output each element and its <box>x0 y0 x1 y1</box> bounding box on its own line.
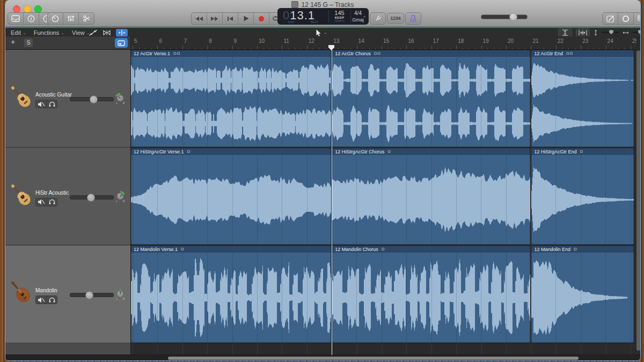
audio-region[interactable]: 12 Mandolin EndΩ <box>531 246 634 343</box>
audio-region[interactable]: 12 HiStrgAcGtr Verse.1Ω <box>131 148 331 245</box>
vertical-zoom-slider[interactable] <box>602 32 619 33</box>
ruler-tick <box>182 46 183 49</box>
horizontal-zoom-thumb[interactable] <box>638 30 641 34</box>
rewind-button[interactable] <box>192 13 207 24</box>
solo-button[interactable] <box>47 198 57 206</box>
mixer-button[interactable] <box>63 13 79 24</box>
play-button[interactable] <box>238 13 254 24</box>
svg-text:L: L <box>116 102 118 105</box>
audio-region[interactable]: 12 HiStrgAcGtr EndΩ <box>531 148 634 245</box>
track-volume-slider[interactable] <box>70 97 114 101</box>
track-name[interactable]: HiStr Acoustic <box>35 190 69 196</box>
ruler-tick <box>375 48 376 50</box>
track-header-acoustic-guitar[interactable]: Acoustic GuitarLR <box>5 50 130 147</box>
master-volume-thumb[interactable] <box>509 13 517 21</box>
add-track-button[interactable]: + <box>11 38 15 46</box>
track-volume-thumb[interactable] <box>85 291 93 299</box>
tool-menu[interactable]: ⌄ <box>316 28 327 36</box>
master-volume-slider[interactable] <box>481 14 528 19</box>
waveform-zoom-button[interactable] <box>576 28 590 37</box>
horizontal-zoom-slider[interactable] <box>633 32 641 33</box>
lcd-chevron-icon[interactable]: ⌄ <box>362 13 367 18</box>
track-name[interactable]: Acoustic Guitar <box>35 92 72 98</box>
track-header-config-button[interactable] <box>115 38 128 48</box>
region-label: 12 AcGtr EndΩΩ <box>531 50 634 57</box>
mute-button[interactable] <box>36 100 47 108</box>
menu-functions[interactable]: Functions⌄ <box>34 29 64 36</box>
track-volume-slider[interactable] <box>70 293 114 297</box>
ruler-bar-number: 16 <box>408 38 414 44</box>
lcd-display[interactable]: 013.1 BAR BEAT 145 KEEP TEMPO 4/4 Gmaj ⌄ <box>277 8 369 25</box>
bar-ruler[interactable]: 5678910111213141516171819202122232425 <box>131 36 636 50</box>
logic-tracks-window: 12 145 G – Tracks i? 013.1 BAR BEAT 145 … <box>5 0 641 361</box>
audio-region[interactable]: 12 AcGtr Verse.1ΩΩ <box>131 50 331 147</box>
library-button[interactable] <box>8 13 24 24</box>
vertical-auto-zoom-button[interactable] <box>558 28 572 37</box>
ruler-tick <box>232 46 233 49</box>
ruler-tick <box>201 48 202 50</box>
ruler-tick <box>419 48 420 50</box>
region-name: 12 Mandolin Verse.1 <box>134 247 178 252</box>
loop-browser-button[interactable] <box>618 13 634 24</box>
solo-button[interactable] <box>47 296 57 304</box>
automation-button[interactable] <box>89 29 98 36</box>
waveform <box>131 155 331 245</box>
ruler-tick <box>631 46 631 49</box>
audio-region[interactable]: 12 Mandolin Verse.1Ω <box>131 246 331 343</box>
audio-region[interactable]: 12 AcGtr ChorusΩΩ <box>332 50 530 147</box>
arrange-area[interactable]: 12 AcGtr Verse.1ΩΩ12 AcGtr ChorusΩΩ12 Ac… <box>131 50 640 355</box>
solo-button[interactable] <box>47 100 57 108</box>
vertical-zoom-thumb[interactable] <box>609 30 613 34</box>
follow-tempo-icon: Ω <box>574 247 577 252</box>
mute-solo-group <box>35 198 57 206</box>
track-volume-thumb[interactable] <box>87 194 95 202</box>
record-button[interactable] <box>254 13 269 24</box>
ruler-tick <box>350 48 351 50</box>
lcd-tempo-cell[interactable]: 145 KEEP TEMPO <box>328 8 350 25</box>
metronome-button[interactable] <box>406 13 421 24</box>
mute-button[interactable] <box>36 296 47 304</box>
playhead[interactable] <box>332 45 333 355</box>
smart-controls-button[interactable] <box>48 13 63 24</box>
ruler-tick <box>456 46 457 49</box>
ruler-tick <box>525 48 525 50</box>
editors-button[interactable] <box>79 13 94 24</box>
flex-button[interactable] <box>103 29 111 36</box>
mandolin-icon <box>11 282 33 306</box>
track-volume-slider[interactable] <box>70 195 114 200</box>
track-header-mandolin[interactable]: MandolinLR <box>5 246 130 343</box>
audio-region[interactable]: 12 Mandolin ChorusΩ <box>332 246 530 343</box>
pan-knob[interactable]: LR <box>114 93 126 105</box>
count-in-button[interactable]: 1234 <box>387 13 404 24</box>
menu-label: View <box>72 29 85 36</box>
track-volume-thumb[interactable] <box>90 95 98 104</box>
ruler-tick <box>394 48 394 50</box>
master-stack-button[interactable]: S <box>24 38 33 48</box>
track-name[interactable]: Mandolin <box>35 287 57 293</box>
svg-text:i: i <box>31 16 32 21</box>
audio-region[interactable]: 12 HiStrgAcGtr ChorusΩ <box>332 148 530 245</box>
track-header-histr-acoustic[interactable]: HiStr AcousticLR <box>5 148 130 245</box>
note-pad-button[interactable] <box>603 13 618 24</box>
menu-edit[interactable]: Edit⌄ <box>11 29 26 36</box>
inspector-button[interactable]: i <box>24 13 39 24</box>
pan-knob[interactable]: LR <box>114 191 126 203</box>
ruler-bar-number: 6 <box>159 38 162 44</box>
tuner-button[interactable] <box>370 13 385 24</box>
ruler-tick <box>537 48 538 50</box>
horizontal-scrollbar[interactable] <box>168 357 579 360</box>
catch-playhead-button[interactable] <box>116 29 128 36</box>
forward-button[interactable] <box>207 13 223 24</box>
chevron-down-icon: ⌄ <box>324 30 327 35</box>
menu-view[interactable]: View⌄ <box>72 29 90 36</box>
media-browser-button[interactable] <box>634 13 641 24</box>
audio-region[interactable]: 12 AcGtr EndΩΩ <box>531 50 634 147</box>
pan-knob[interactable]: LR <box>114 289 126 300</box>
ruler-bar-number: 8 <box>209 38 212 44</box>
mute-button[interactable] <box>36 198 47 206</box>
vertical-scrollbar[interactable] <box>636 50 640 351</box>
ruler-tick <box>562 48 562 50</box>
stop-button[interactable] <box>223 13 238 24</box>
horizontal-zoom-icon <box>623 31 629 35</box>
ruler-tick <box>531 46 531 49</box>
